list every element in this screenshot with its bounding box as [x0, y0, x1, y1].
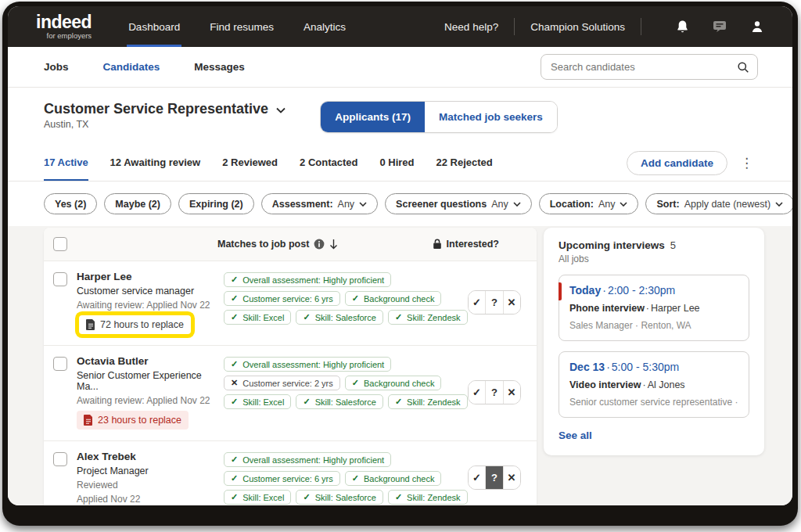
info-icon[interactable]	[314, 239, 325, 250]
interview-day: Dec 13	[569, 361, 605, 373]
tab-reviewed[interactable]: 2 Reviewed	[222, 145, 278, 181]
select-all-checkbox[interactable]	[53, 237, 67, 251]
interested-yes-button[interactable]: ✓	[469, 381, 486, 404]
candidate-list: Matches to job post Interested?	[44, 228, 537, 505]
applicants-toggle: Applicants (17) Matched job seekers	[320, 101, 558, 133]
row-checkbox[interactable]	[53, 272, 67, 286]
badge: ✓Overall assessment: Highly proficient	[224, 272, 391, 287]
decision-buttons: ✓ ? ✕	[468, 290, 521, 315]
tab-active[interactable]: 17 Active	[44, 145, 88, 181]
subnav-jobs[interactable]: Jobs	[44, 61, 69, 73]
interview-card[interactable]: Today·2:00 - 2:30pm Phone interview·Harp…	[559, 275, 749, 341]
check-icon: ✓	[395, 492, 402, 502]
filter-expiring[interactable]: Expiring (2)	[178, 193, 254, 214]
sort-descending-icon[interactable]	[329, 239, 338, 250]
list-header: Matches to job post Interested?	[44, 228, 537, 261]
candidate-row: Alex Trebek Project Manager Reviewed App…	[44, 441, 537, 505]
row-overflow-menu-icon[interactable]: ⋮	[530, 470, 537, 486]
filter-assessment[interactable]: Assessment: Any	[261, 193, 378, 214]
check-icon: ✓	[231, 473, 238, 483]
matches-column-header: Matches to job post	[217, 239, 309, 250]
check-icon: ✓	[231, 312, 238, 322]
filter-assessment-label: Assessment:	[272, 199, 333, 210]
document-icon	[84, 415, 93, 426]
need-help-link[interactable]: Need help?	[444, 21, 498, 33]
search-candidates-box[interactable]	[541, 54, 758, 80]
upcoming-interviews-panel: Upcoming interviews 5 All jobs Today·2:0…	[544, 228, 764, 455]
candidate-row: Harper Lee Customer service manager Awai…	[44, 261, 537, 346]
device-frame: indeed for employers Dashboard Find resu…	[2, 2, 798, 526]
tab-applicants[interactable]: Applicants (17)	[321, 102, 425, 132]
interview-card[interactable]: Dec 13·5:00 - 5:30pm Video interview·Al …	[559, 351, 749, 418]
interested-yes-button[interactable]: ✓	[469, 291, 486, 314]
chevron-down-icon[interactable]	[276, 107, 286, 113]
company-menu[interactable]: Champion Solutions	[530, 21, 625, 33]
x-icon: ✕	[231, 378, 238, 388]
subnav-messages[interactable]: Messages	[194, 61, 245, 73]
candidate-name[interactable]: Alex Trebek	[77, 451, 224, 462]
badge: ✓Skill: Salesforce	[296, 310, 383, 325]
interested-no-button[interactable]: ✕	[503, 291, 520, 314]
divider	[514, 18, 515, 35]
bell-icon[interactable]	[676, 20, 689, 34]
indeed-logo[interactable]: indeed for employers	[36, 13, 92, 40]
interview-type: Video interview	[569, 379, 641, 390]
row-overflow-menu-icon[interactable]: ⋮	[530, 385, 537, 401]
sort-dropdown[interactable]: Sort: Apply date (newest)	[645, 193, 792, 214]
search-icon[interactable]	[737, 61, 749, 74]
chevron-down-icon	[359, 202, 367, 207]
badge: ✓Skill: Salesforce	[296, 394, 383, 409]
top-navigation: indeed for employers Dashboard Find resu…	[8, 6, 792, 47]
interested-no-button[interactable]: ✕	[503, 381, 520, 404]
topbar-right: Need help? Champion Solutions	[444, 18, 764, 35]
tab-rejected[interactable]: 22 Rejected	[436, 145, 493, 181]
interested-no-button[interactable]: ✕	[503, 466, 520, 489]
badge: ✓Skill: Zendesk	[388, 490, 468, 505]
row-checkbox[interactable]	[53, 452, 67, 466]
candidate-status: Awaiting review: Applied Nov 22	[77, 300, 224, 311]
document-icon	[86, 319, 95, 330]
row-overflow-menu-icon[interactable]: ⋮	[530, 295, 537, 311]
badge: ✓Overall assessment: Highly proficient	[224, 452, 391, 467]
badge: ✓Background check	[345, 471, 442, 486]
filter-yes[interactable]: Yes (2)	[44, 193, 97, 214]
user-icon[interactable]	[750, 20, 764, 34]
badge: ✓Overall assessment: Highly proficient	[224, 357, 391, 372]
search-input[interactable]	[551, 61, 737, 73]
interested-maybe-button-selected[interactable]: ?	[485, 466, 502, 489]
interview-person: Harper Lee	[651, 303, 700, 314]
chevron-down-icon	[513, 202, 521, 207]
interested-maybe-button[interactable]: ?	[485, 381, 502, 404]
interested-maybe-button[interactable]: ?	[485, 291, 502, 314]
interested-yes-button[interactable]: ✓	[469, 466, 486, 489]
add-candidate-button[interactable]: Add candidate	[627, 151, 727, 175]
filter-maybe[interactable]: Maybe (2)	[104, 193, 171, 214]
tab-matched-job-seekers[interactable]: Matched job seekers	[425, 102, 557, 132]
see-all-link[interactable]: See all	[559, 430, 749, 441]
candidate-name[interactable]: Harper Lee	[77, 271, 224, 282]
check-icon: ✓	[231, 359, 238, 369]
badge: ✓Customer service: 6 yrs	[224, 471, 340, 486]
tab-contacted[interactable]: 2 Contacted	[300, 145, 357, 181]
check-icon: ✓	[231, 275, 238, 285]
badge: ✓Skill: Salesforce	[296, 490, 383, 505]
tab-awaiting-review[interactable]: 12 Awaiting review	[110, 145, 201, 181]
nav-dashboard[interactable]: Dashboard	[127, 6, 181, 47]
filter-screener-questions[interactable]: Screener questions Any	[385, 193, 532, 214]
candidate-info: Harper Lee Customer service manager Awai…	[77, 271, 224, 334]
header-overflow-menu-icon[interactable]: ⋮	[735, 155, 758, 171]
nav-analytics[interactable]: Analytics	[302, 6, 347, 47]
candidate-status: Reviewed	[77, 480, 224, 491]
tab-hired[interactable]: 0 Hired	[379, 145, 414, 181]
candidate-status: Awaiting review: Applied Nov 22	[77, 395, 224, 406]
app-window: indeed for employers Dashboard Find resu…	[8, 6, 792, 505]
candidate-name[interactable]: Octavia Butler	[77, 355, 224, 367]
badge: ✓Skill: Zendesk	[388, 310, 468, 325]
interviews-subtitle: All jobs	[559, 253, 749, 264]
badge: ✓Background check	[345, 376, 442, 390]
filter-location[interactable]: Location: Any	[539, 193, 639, 214]
messages-icon[interactable]	[713, 20, 727, 33]
subnav-candidates[interactable]: Candidates	[103, 61, 160, 73]
nav-find-resumes[interactable]: Find resumes	[208, 6, 275, 47]
row-checkbox[interactable]	[53, 357, 67, 371]
